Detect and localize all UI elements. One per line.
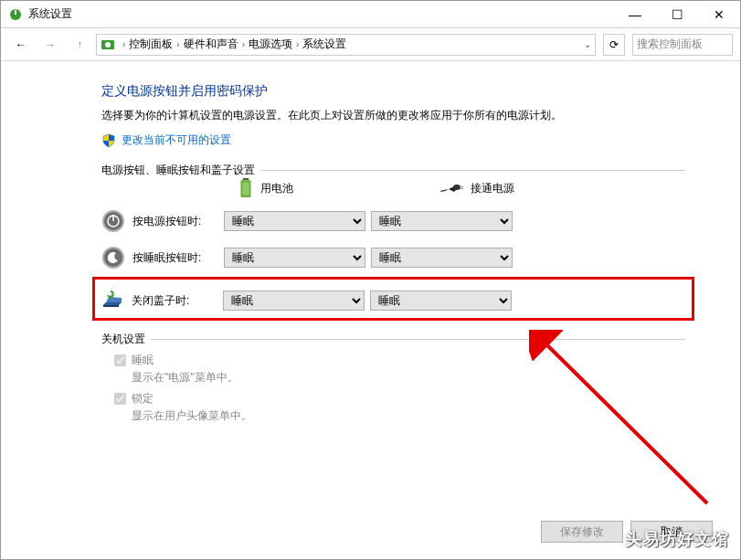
address-bar[interactable]: › 控制面板 › 硬件和声音 › 电源选项 › 系统设置 ⌄ — [96, 34, 596, 56]
sleep-checkbox-row: 睡眠 显示在"电源"菜单中。 — [114, 353, 685, 386]
power-button-battery-select[interactable]: 睡眠 — [224, 211, 365, 231]
row-label: 按睡眠按钮时: — [132, 250, 224, 266]
lid-close-row: 关闭盖子时: 睡眠 睡眠 — [101, 289, 686, 312]
breadcrumb-item[interactable]: 电源选项 — [249, 37, 292, 52]
refresh-button[interactable]: ⟳ — [603, 34, 625, 56]
power-button-icon — [101, 209, 125, 233]
watermark: 头易坊好文馆 — [625, 528, 729, 550]
sleep-button-row: 按睡眠按钮时: 睡眠 睡眠 — [101, 246, 685, 269]
svg-point-7 — [453, 185, 460, 190]
sleep-button-battery-select[interactable]: 睡眠 — [224, 248, 365, 268]
power-options-icon — [8, 7, 23, 22]
change-unavailable-link[interactable]: 更改当前不可用的设置 — [122, 132, 231, 148]
plug-icon — [439, 182, 463, 195]
sleep-check-label: 睡眠 — [132, 354, 153, 366]
svg-rect-6 — [242, 182, 249, 195]
lock-checkbox — [114, 393, 126, 405]
fieldset-legend: 关机设置 — [101, 332, 145, 347]
power-button-row: 按电源按钮时: 睡眠 睡眠 — [101, 209, 685, 233]
breadcrumb-item[interactable]: 硬件和声音 — [184, 37, 238, 52]
svg-point-3 — [105, 42, 111, 48]
control-panel-icon — [101, 37, 115, 52]
main-content: 定义电源按钮并启用密码保护 选择要为你的计算机设置的电源设置。在此页上对设置所做… — [1, 61, 740, 424]
lock-check-sub: 显示在用户头像菜单中。 — [132, 408, 252, 424]
svg-rect-8 — [460, 186, 463, 187]
maximize-button[interactable]: ☐ — [656, 1, 698, 28]
lid-close-icon — [101, 289, 124, 312]
minimize-button[interactable]: — — [614, 1, 656, 28]
titlebar: 系统设置 — ☐ ✕ — [1, 1, 740, 28]
close-button[interactable]: ✕ — [698, 1, 740, 28]
shield-icon — [101, 133, 116, 148]
lock-check-label: 锁定 — [132, 392, 153, 405]
breadcrumb-item[interactable]: 控制面板 — [129, 37, 173, 52]
svg-rect-1 — [15, 10, 16, 15]
row-label: 关闭盖子时: — [132, 293, 223, 309]
window-title: 系统设置 — [28, 6, 614, 22]
lid-close-plugged-select[interactable]: 睡眠 — [370, 291, 512, 311]
lid-close-highlight: 关闭盖子时: 睡眠 睡眠 — [92, 277, 694, 321]
save-button[interactable]: 保存修改 — [541, 521, 623, 543]
column-plugged-label: 接通电源 — [471, 181, 514, 196]
page-desc: 选择要为你的计算机设置的电源设置。在此页上对设置所做的更改将应用于你所有的电源计… — [101, 107, 685, 123]
lock-checkbox-row: 锁定 显示在用户头像菜单中。 — [114, 391, 685, 424]
svg-rect-13 — [112, 215, 114, 221]
navbar: ← → ↑ › 控制面板 › 硬件和声音 › 电源选项 › 系统设置 ⌄ ⟳ 搜… — [1, 28, 740, 61]
lid-close-battery-select[interactable]: 睡眠 — [223, 291, 365, 311]
back-button[interactable]: ← — [8, 32, 34, 58]
sleep-checkbox — [114, 354, 126, 366]
up-button[interactable]: ↑ — [67, 32, 92, 58]
sleep-button-plugged-select[interactable]: 睡眠 — [371, 248, 513, 268]
forward-button[interactable]: → — [37, 32, 63, 58]
fieldset-legend: 电源按钮、睡眠按钮和盖子设置 — [101, 163, 255, 178]
page-title: 定义电源按钮并启用密码保护 — [101, 83, 685, 100]
column-battery-label: 用电池 — [260, 181, 293, 196]
sleep-check-sub: 显示在"电源"菜单中。 — [132, 370, 238, 386]
power-button-plugged-select[interactable]: 睡眠 — [371, 211, 513, 231]
search-input[interactable]: 搜索控制面板 — [632, 34, 733, 56]
sleep-button-icon — [101, 246, 125, 269]
breadcrumb-item[interactable]: 系统设置 — [302, 37, 346, 52]
svg-rect-4 — [243, 178, 249, 180]
battery-icon — [238, 178, 253, 198]
row-label: 按电源按钮时: — [132, 214, 224, 229]
svg-rect-9 — [460, 188, 463, 189]
